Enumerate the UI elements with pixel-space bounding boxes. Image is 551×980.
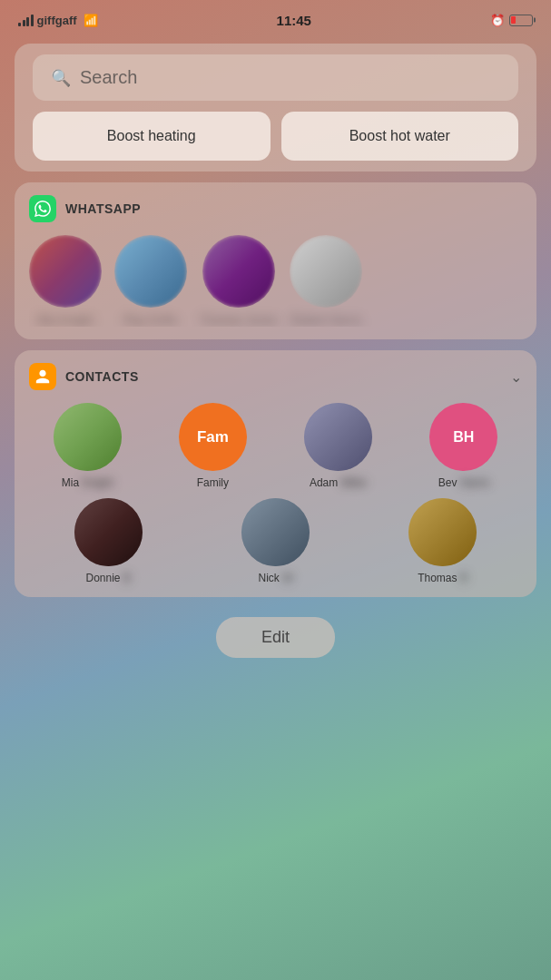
contact-adam-name: Adam Miller — [310, 476, 367, 489]
status-bar: giffgaff 📶 11:45 ⏰ — [0, 0, 551, 36]
carrier-label: giffgaff — [37, 14, 77, 27]
battery-icon — [509, 15, 533, 26]
whatsapp-contact-3[interactable]: Thomas Jones — [200, 235, 277, 327]
contact-mia[interactable]: Mia Knight — [29, 403, 145, 489]
contact-adam[interactable]: Adam Miller — [280, 403, 397, 489]
contact-donnie[interactable]: Donnie B — [29, 498, 187, 584]
contact-thomas[interactable]: Thomas R — [364, 498, 522, 584]
whatsapp-contact-2-name: Ray Griffo — [124, 313, 177, 327]
avatar-donnie — [74, 498, 143, 566]
whatsapp-avatar-2 — [114, 235, 187, 308]
contact-bev-name: Bev Harris — [438, 476, 489, 489]
whatsapp-avatar-3 — [202, 235, 275, 308]
boost-buttons-row: Boost heating Boost hot water — [33, 112, 518, 161]
contact-bev[interactable]: BH Bev Harris — [406, 403, 522, 489]
edit-button[interactable]: Edit — [216, 617, 335, 658]
whatsapp-contact-3-name: Thomas Jones — [200, 313, 277, 327]
contacts-grid-row1: Mia Knight Fam Family Adam Miller — [29, 403, 522, 489]
search-boost-section: 🔍 Search Boost heating Boost hot water — [15, 44, 536, 172]
contact-family[interactable]: Fam Family — [154, 403, 271, 489]
clock: 11:45 — [277, 13, 311, 28]
avatar-adam — [304, 403, 372, 471]
whatsapp-header: WHATSAPP — [29, 195, 522, 222]
contact-donnie-name: Donnie B — [85, 572, 130, 584]
contact-nick[interactable]: Nick W — [196, 498, 354, 584]
contacts-section: CONTACTS ⌄ Mia Knight Fam Family — [15, 350, 536, 597]
whatsapp-contact-1[interactable]: Mia Knight — [29, 235, 102, 327]
wifi-icon: 📶 — [84, 14, 98, 27]
whatsapp-icon — [29, 195, 56, 222]
avatar-bev: BH — [429, 403, 497, 471]
whatsapp-contact-2[interactable]: Ray Griffo — [114, 235, 187, 327]
boost-heating-button[interactable]: Boost heating — [33, 112, 271, 161]
whatsapp-avatar-1 — [29, 235, 102, 308]
avatar-family: Fam — [179, 403, 247, 471]
edit-section: Edit — [15, 608, 536, 667]
alarm-icon: ⏰ — [490, 14, 505, 27]
whatsapp-contact-4[interactable]: Robert Harris — [290, 235, 362, 327]
whatsapp-contact-1-name: Mia Knight — [37, 313, 93, 327]
contact-thomas-name: Thomas R — [418, 572, 467, 584]
signal-bars-icon — [18, 14, 34, 26]
whatsapp-section: WHATSAPP Mia Knight Ray Griffo Thomas Jo… — [15, 182, 536, 339]
contacts-title: CONTACTS — [65, 369, 139, 384]
status-right: ⏰ — [490, 14, 533, 27]
avatar-thomas — [408, 498, 477, 566]
whatsapp-contacts-row: Mia Knight Ray Griffo Thomas Jones Rober… — [29, 235, 522, 327]
whatsapp-title: WHATSAPP — [65, 201, 141, 216]
chevron-down-icon[interactable]: ⌄ — [510, 368, 522, 386]
contact-family-name: Family — [197, 476, 229, 489]
boost-hot-water-button[interactable]: Boost hot water — [281, 112, 519, 161]
whatsapp-contact-4-name: Robert Harris — [291, 313, 361, 327]
search-placeholder: Search — [80, 67, 137, 88]
contact-mia-name: Mia Knight — [62, 476, 113, 489]
contacts-icon — [29, 363, 56, 390]
search-icon: 🔍 — [51, 68, 71, 88]
avatar-nick — [241, 498, 310, 566]
contacts-header: CONTACTS ⌄ — [29, 363, 522, 390]
avatar-mia — [54, 403, 122, 471]
whatsapp-avatar-4 — [290, 235, 362, 308]
status-left: giffgaff 📶 — [18, 14, 98, 27]
contacts-grid-row2: Donnie B Nick W Thomas — [29, 498, 522, 584]
search-bar[interactable]: 🔍 Search — [33, 54, 518, 101]
main-content: 🔍 Search Boost heating Boost hot water W… — [0, 36, 551, 674]
contact-nick-name: Nick W — [258, 572, 292, 584]
